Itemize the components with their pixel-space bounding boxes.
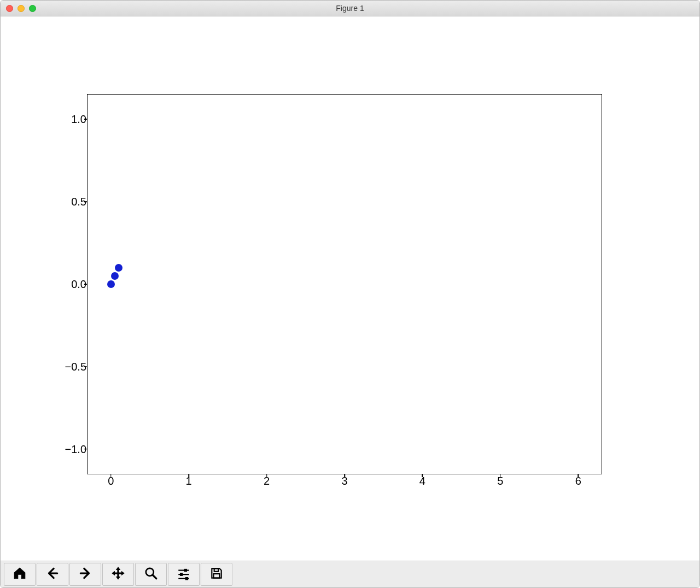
nav-toolbar: [1, 561, 699, 587]
configure-subplots-button[interactable]: [168, 563, 200, 586]
svg-rect-4: [180, 573, 183, 575]
close-window-button[interactable]: [6, 5, 13, 12]
window-title: Figure 1: [1, 4, 699, 13]
x-tick-label: 0: [108, 475, 114, 487]
traffic-lights: [6, 5, 36, 12]
svg-rect-8: [214, 574, 220, 578]
x-tick-label: 6: [575, 475, 581, 487]
pan-button[interactable]: [102, 563, 134, 586]
y-tick-label: −0.5: [65, 360, 86, 373]
zoom-button[interactable]: [135, 563, 167, 586]
data-point: [107, 280, 115, 288]
x-tick-label: 2: [264, 475, 270, 487]
home-button[interactable]: [4, 563, 36, 586]
x-tick-label: 3: [341, 475, 347, 487]
data-point: [115, 264, 122, 272]
x-tick-label: 4: [419, 475, 425, 487]
back-button[interactable]: [37, 563, 68, 586]
save-icon: [209, 566, 224, 583]
zoom-icon: [144, 566, 158, 583]
forward-icon: [78, 566, 92, 583]
svg-rect-2: [184, 569, 186, 571]
axes-area[interactable]: −1.0−0.50.00.51.00123456: [87, 94, 602, 474]
home-icon: [13, 566, 27, 583]
minimize-window-button[interactable]: [18, 5, 25, 12]
x-tick-label: 5: [497, 475, 503, 487]
svg-rect-7: [214, 568, 219, 571]
y-tick-label: −1.0: [65, 443, 86, 455]
configure-icon: [177, 566, 191, 583]
zoom-window-button[interactable]: [29, 5, 36, 12]
data-point: [111, 272, 119, 280]
y-tick-label: 0.0: [71, 278, 86, 291]
figure-window: Figure 1 −1.0−0.50.00.51.00123456: [0, 0, 700, 588]
pan-icon: [111, 566, 125, 583]
plot-canvas[interactable]: −1.0−0.50.00.51.00123456: [1, 16, 699, 561]
save-button[interactable]: [201, 563, 232, 586]
titlebar: Figure 1: [1, 1, 699, 16]
y-tick-label: 0.5: [71, 196, 86, 208]
x-tick-label: 1: [186, 475, 192, 487]
back-icon: [45, 566, 60, 583]
y-tick-label: 1.0: [71, 113, 86, 126]
svg-rect-6: [185, 578, 188, 580]
forward-button[interactable]: [69, 563, 101, 586]
